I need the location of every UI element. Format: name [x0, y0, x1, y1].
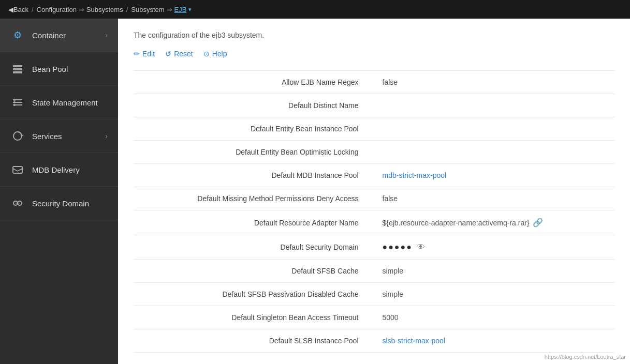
- back-arrow-icon: ◀: [8, 6, 13, 13]
- svg-rect-0: [13, 65, 22, 67]
- row-label: Default Security Domain: [134, 235, 374, 260]
- gear-icon: ⚙: [10, 28, 25, 42]
- sep1: /: [32, 6, 34, 13]
- value-link[interactable]: mdb-strict-max-pool: [383, 171, 447, 179]
- watermark: https://blog.csdn.net/Loutra_star: [545, 354, 626, 360]
- back-link[interactable]: Back: [13, 6, 28, 13]
- table-row: Default Resource Adapter Name${ejb.resou…: [134, 210, 614, 235]
- help-button[interactable]: ⊙ Help: [203, 50, 227, 58]
- row-label: Default Distinct Name: [134, 94, 374, 117]
- value-link[interactable]: slsb-strict-max-pool: [383, 337, 445, 345]
- security-domain-icon: [10, 196, 25, 210]
- bean-pool-icon: [10, 62, 25, 76]
- row-label: Default SLSB Instance Pool: [134, 329, 374, 353]
- svg-point-7: [13, 101, 16, 103]
- edit-icon: ✏: [134, 50, 140, 58]
- content-area: The configuration of the ejb3 subsystem.…: [118, 19, 630, 364]
- sidebar-label-state-management: State Management: [32, 98, 108, 107]
- sidebar-item-bean-pool[interactable]: Bean Pool: [0, 52, 118, 86]
- row-value: 5000: [374, 306, 615, 329]
- main-layout: ⚙ Container › Bean Pool: [0, 19, 630, 364]
- services-chevron-icon: ›: [105, 132, 108, 140]
- table-row: Default SFSB Passivation Disabled Caches…: [134, 283, 614, 306]
- arrow2: ⇒: [167, 6, 172, 13]
- services-icon: [10, 129, 25, 143]
- table-row: Default Entity Bean Optimistic Locking: [134, 141, 614, 164]
- sidebar-item-security-domain[interactable]: Security Domain: [0, 187, 118, 220]
- row-value: false: [374, 187, 615, 210]
- svg-point-6: [13, 99, 16, 101]
- row-value: [374, 117, 615, 141]
- sidebar: ⚙ Container › Bean Pool: [0, 19, 118, 364]
- row-label: Default Entity Bean Optimistic Locking: [134, 141, 374, 164]
- table-row: Default Security Domain●●●●●👁: [134, 235, 614, 260]
- row-value: [374, 94, 615, 117]
- dropdown-arrow-icon[interactable]: ▾: [188, 6, 192, 13]
- row-value: mdb-strict-max-pool: [374, 164, 615, 187]
- masked-value-container: ●●●●●👁: [383, 242, 607, 252]
- edit-button[interactable]: ✏ Edit: [134, 50, 155, 58]
- table-row: Default MDB Instance Poolmdb-strict-max-…: [134, 164, 614, 187]
- expression-text: ${ejb.resource-adapter-name:activemq-ra.…: [383, 219, 530, 227]
- table-row: Default SLSB Instance Poolslsb-strict-ma…: [134, 329, 614, 353]
- row-value: ●●●●●👁: [374, 235, 615, 260]
- chevron-right-icon: ›: [105, 31, 108, 39]
- sidebar-item-services[interactable]: Services ›: [0, 119, 118, 153]
- row-label: Default MDB Instance Pool: [134, 164, 374, 187]
- row-label: Allow EJB Name Regex: [134, 71, 374, 94]
- sidebar-item-container[interactable]: ⚙ Container ›: [0, 19, 118, 52]
- row-value: slsb-strict-max-pool: [374, 329, 615, 353]
- row-value: simple: [374, 283, 615, 306]
- help-icon: ⊙: [203, 50, 210, 58]
- row-label: Default Singleton Bean Access Timeout: [134, 306, 374, 329]
- sidebar-label-bean-pool: Bean Pool: [32, 65, 108, 73]
- table-row: Default Singleton Bean Access Timeout500…: [134, 306, 614, 329]
- config-label: Configuration: [37, 6, 77, 13]
- svg-point-8: [13, 104, 16, 106]
- state-mgmt-icon: [10, 95, 25, 110]
- arrow1: ⇒: [79, 6, 84, 13]
- svg-rect-2: [13, 71, 22, 73]
- svg-rect-10: [13, 166, 22, 173]
- eye-icon[interactable]: 👁: [417, 242, 425, 252]
- table-row: Default SFSB Cachesimple: [134, 260, 614, 283]
- sidebar-item-state-management[interactable]: State Management: [0, 86, 118, 119]
- ejb-link[interactable]: EJB: [174, 6, 187, 13]
- table-row: Allow EJB Name Regexfalse: [134, 71, 614, 94]
- subsystem-label: Subsystem: [131, 6, 164, 13]
- row-value: false: [374, 71, 615, 94]
- config-table: Allow EJB Name RegexfalseDefault Distinc…: [134, 70, 614, 353]
- row-value: simple: [374, 260, 615, 283]
- subsystems-label: Subsystems: [86, 6, 123, 13]
- toolbar: ✏ Edit ↺ Reset ⊙ Help: [134, 50, 614, 58]
- sidebar-label-security-domain: Security Domain: [32, 199, 108, 208]
- chain-icon[interactable]: 🔗: [533, 218, 543, 228]
- sidebar-label-services: Services: [32, 132, 105, 141]
- row-label: Default Missing Method Permissions Deny …: [134, 187, 374, 210]
- row-label: Default SFSB Cache: [134, 260, 374, 283]
- sidebar-item-mdb-delivery[interactable]: MDB Delivery: [0, 153, 118, 187]
- table-row: Default Entity Bean Instance Pool: [134, 117, 614, 141]
- sidebar-label-container: Container: [32, 31, 105, 40]
- reset-icon: ↺: [165, 50, 171, 58]
- table-row: Default Distinct Name: [134, 94, 614, 117]
- row-value: [374, 141, 615, 164]
- row-value: ${ejb.resource-adapter-name:activemq-ra.…: [374, 210, 615, 235]
- svg-rect-1: [13, 68, 22, 70]
- table-row: Default Missing Method Permissions Deny …: [134, 187, 614, 210]
- reset-button[interactable]: ↺ Reset: [165, 50, 193, 58]
- row-label: Default Entity Bean Instance Pool: [134, 117, 374, 141]
- page-description: The configuration of the ejb3 subsystem.: [134, 31, 614, 39]
- row-label: Default Resource Adapter Name: [134, 210, 374, 235]
- mdb-delivery-icon: [10, 162, 25, 177]
- topbar: ◀ Back / Configuration ⇒ Subsystems / Su…: [0, 0, 630, 19]
- sep2: /: [126, 6, 128, 13]
- expression-value-container: ${ejb.resource-adapter-name:activemq-ra.…: [383, 218, 607, 228]
- sidebar-label-mdb-delivery: MDB Delivery: [32, 165, 108, 174]
- row-label: Default SFSB Passivation Disabled Cache: [134, 283, 374, 306]
- masked-dots: ●●●●●: [383, 242, 413, 252]
